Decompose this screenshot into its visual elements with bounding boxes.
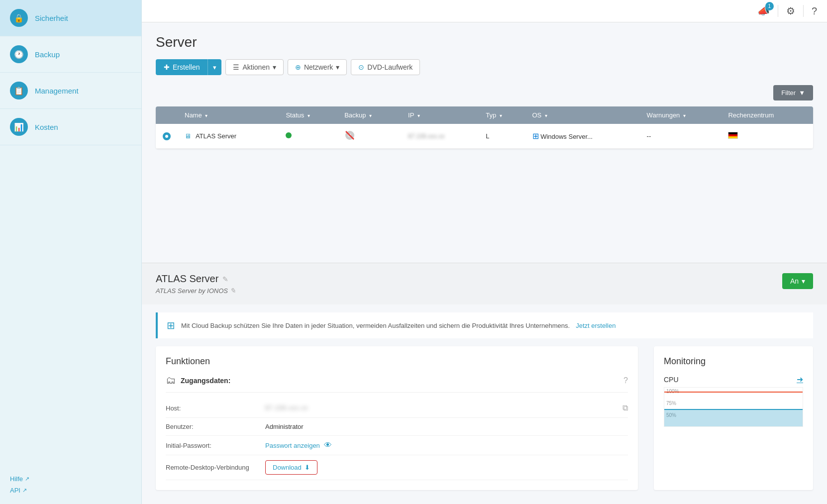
sidebar-label-kosten: Kosten (35, 123, 58, 131)
passwort-anzeigen-link[interactable]: Passwort anzeigen (265, 442, 320, 449)
col-typ[interactable]: Typ ▾ (479, 106, 525, 124)
content-area: Server ✚ Erstellen ▾ ☰ Aktionen ▾ ⊕ Netz… (142, 22, 827, 263)
hilfe-link[interactable]: Hilfe ↗ (10, 475, 131, 483)
toolbar: ✚ Erstellen ▾ ☰ Aktionen ▾ ⊕ Netzwerk ▾ … (156, 59, 813, 75)
info-banner-text: Mit Cloud Backup schützen Sie Ihre Daten… (181, 322, 570, 329)
clipboard-icon: 📋 (10, 82, 28, 100)
help-circle-icon[interactable]: ? (623, 376, 628, 385)
backup-sort-icon: ▾ (369, 113, 372, 118)
access-title: Zugangsdaten: (181, 377, 619, 385)
download-arrow-icon: ⬇ (305, 464, 310, 471)
benutzer-value: Administrator (265, 423, 628, 430)
server-detail-subtitle: ATLAS Server by IONOS ✎ (156, 287, 236, 295)
host-label: Host: (166, 404, 265, 412)
col-rechenzentrum[interactable]: Rechenzentrum (721, 106, 813, 124)
api-link[interactable]: API ↗ (10, 487, 131, 494)
benutzer-field-row: Benutzer: Administrator (166, 418, 628, 436)
row-name[interactable]: 🖥 ATLAS Server (178, 124, 279, 149)
notification-badge: 1 (765, 2, 774, 10)
sidebar-label-sicherheit: Sicherheit (35, 14, 68, 22)
host-value: 87.106.xxx.xx (265, 404, 619, 411)
row-warnungen: -- (640, 124, 722, 149)
funktionen-panel: Funktionen 🗂 Zugangsdaten: ? Host: 87.10… (156, 346, 638, 490)
eye-icon[interactable]: 👁 (324, 441, 332, 450)
sidebar-item-kosten[interactable]: 📊 Kosten (0, 109, 141, 145)
plus-icon: ✚ (164, 63, 170, 71)
erstellen-button-group: ✚ Erstellen ▾ (156, 59, 221, 75)
row-radio[interactable] (156, 124, 178, 149)
dvd-button[interactable]: ⊙ DVD-Laufwerk (351, 59, 420, 75)
col-name[interactable]: Name ▾ (178, 106, 279, 124)
filter-icon: ▼ (799, 89, 805, 97)
host-field-row: Host: 87.106.xxx.xx ⧉ (166, 399, 628, 418)
name-sort-icon: ▾ (205, 113, 207, 118)
sidebar-label-management: Management (35, 87, 79, 95)
status-online-icon (286, 132, 292, 138)
server-table: Name ▾ Status ▾ Backup ▾ IP ▾ (156, 106, 813, 149)
dvd-icon: ⊙ (358, 63, 364, 71)
table-row[interactable]: 🖥 ATLAS Server ↺ (156, 124, 813, 149)
funktionen-monitoring-section: Funktionen 🗂 Zugangsdaten: ? Host: 87.10… (142, 346, 827, 504)
jetzt-erstellen-link[interactable]: Jetzt erstellen (576, 322, 616, 329)
sidebar-item-sicherheit[interactable]: 🔒 Sicherheit (0, 0, 141, 36)
row-ip: 87.106.xxx.xx (401, 124, 479, 149)
backup-info-icon: ⊞ (167, 319, 175, 331)
windows-icon: ⊞ (532, 132, 539, 140)
subtitle-edit-icon[interactable]: ✎ (230, 287, 236, 295)
row-backup: ↺ (337, 124, 401, 149)
server-detail-info: ATLAS Server ✎ ATLAS Server by IONOS ✎ (156, 273, 236, 295)
warnungen-sort-icon: ▾ (683, 113, 686, 118)
col-status[interactable]: Status ▾ (279, 106, 337, 124)
chart-fill-area (664, 409, 803, 426)
access-icon: 🗂 (166, 375, 176, 386)
server-detail-header: ATLAS Server ✎ ATLAS Server by IONOS ✎ A… (156, 273, 813, 295)
sidebar-item-management[interactable]: 📋 Management (0, 73, 141, 109)
row-status (279, 124, 337, 149)
col-select (156, 106, 178, 124)
title-edit-icon[interactable]: ✎ (222, 275, 228, 283)
external-link-icon-api: ↗ (22, 487, 27, 494)
rdp-label: Remote-Desktop-Verbindung (166, 464, 265, 471)
main-content: 📣 1 ⚙ ? Server ✚ Erstellen ▾ ☰ Aktionen … (142, 0, 827, 504)
settings-icon[interactable]: ⚙ (786, 5, 795, 17)
filter-button[interactable]: Filter ▼ (773, 85, 813, 101)
download-button[interactable]: Download ⬇ (265, 460, 317, 475)
sidebar: 🔒 Sicherheit 🕐 Backup 📋 Management 📊 Kos… (0, 0, 142, 504)
server-detail-panel: ATLAS Server ✎ ATLAS Server by IONOS ✎ A… (142, 263, 827, 304)
aktionen-button[interactable]: ☰ Aktionen ▾ (225, 59, 283, 75)
backup-disabled-icon: ↺ (344, 130, 355, 141)
erstellen-dropdown-button[interactable]: ▾ (207, 59, 221, 75)
notification-icon[interactable]: 📣 1 (757, 5, 770, 17)
help-icon[interactable]: ? (812, 5, 817, 17)
row-rechenzentrum (721, 124, 813, 149)
monitoring-title: Monitoring (664, 356, 803, 367)
external-link-icon: ↗ (25, 476, 29, 482)
ip-value-blurred: 87.106.xxx.xx (408, 133, 444, 140)
info-banner: ⊞ Mit Cloud Backup schützen Sie Ihre Dat… (156, 312, 813, 338)
col-backup[interactable]: Backup ▾ (337, 106, 401, 124)
col-warnungen[interactable]: Warnungen ▾ (640, 106, 722, 124)
server-type-icon: 🖥 (185, 132, 191, 140)
chart-label-75: 75% (666, 401, 676, 406)
cpu-metric-label: CPU ➜ (664, 375, 803, 384)
erstellen-button[interactable]: ✚ Erstellen (156, 59, 207, 75)
topbar: 📣 1 ⚙ ? (142, 0, 827, 22)
power-dropdown-arrow: ▾ (802, 277, 805, 285)
netzwerk-button[interactable]: ⊕ Netzwerk ▾ (288, 59, 347, 75)
ip-sort-icon: ▾ (417, 113, 420, 118)
typ-sort-icon: ▾ (500, 113, 502, 118)
copy-icon[interactable]: ⧉ (622, 403, 628, 412)
power-on-button[interactable]: An ▾ (782, 273, 813, 289)
chart-line-100-red (664, 392, 803, 393)
access-header: 🗂 Zugangsdaten: ? (166, 375, 628, 393)
list-icon: ☰ (233, 63, 239, 71)
row-os: ⊞ Windows Server... (525, 124, 640, 149)
cpu-detail-link[interactable]: ➜ (797, 375, 803, 384)
aktionen-dropdown-arrow: ▾ (273, 63, 276, 71)
sidebar-item-backup[interactable]: 🕐 Backup (0, 36, 141, 73)
col-ip[interactable]: IP ▾ (401, 106, 479, 124)
flag-germany-icon (728, 132, 738, 139)
col-os[interactable]: OS ▾ (525, 106, 640, 124)
server-detail-title: ATLAS Server ✎ (156, 273, 236, 285)
row-typ: L (479, 124, 525, 149)
